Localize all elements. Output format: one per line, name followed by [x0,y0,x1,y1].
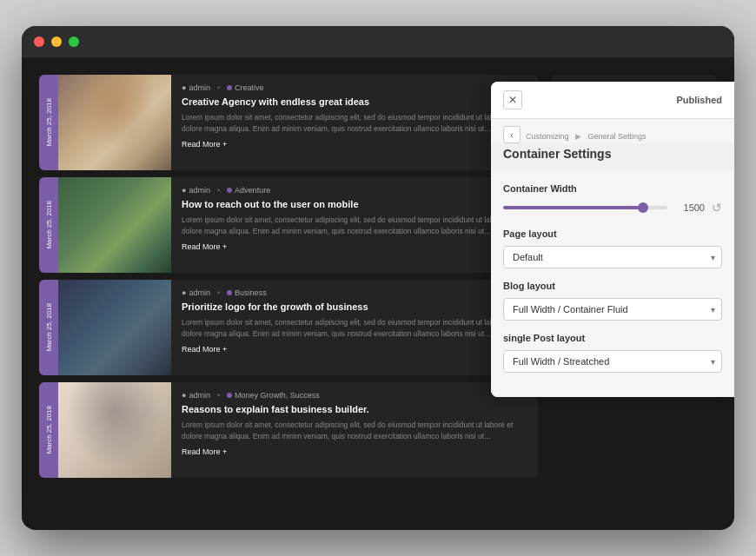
post-category: Money Growth, Success [227,391,320,400]
page-layout-select[interactable]: Default Boxed Full Width [503,246,722,268]
slider-value: 1500 [674,202,705,213]
post-title[interactable]: How to reach out to the user on mobile [182,198,527,210]
post-author: ● admin [182,83,210,92]
category-dot [227,188,232,193]
post-meta: ● admin • Business [182,288,527,297]
post-date: March 25, 2018 [45,201,53,249]
container-width-setting: Container Width 1500 ↺ [503,183,722,215]
slider-thumb[interactable] [638,202,648,213]
date-badge: March 25, 2018 [39,280,58,375]
slider-fill [503,206,643,209]
post-excerpt: Lorem ipsum dolor sit amet, consectetur … [182,112,527,135]
single-post-layout-select[interactable]: Full Width / Streatched Boxed Default [503,350,722,373]
post-meta: ● admin • Adventure [182,186,527,195]
breadcrumb-section: General Settings [587,132,646,141]
container-width-label: Container Width [503,183,722,194]
blog-layout-select[interactable]: Full Width / Container Fluid Boxed Defau… [503,298,722,321]
date-badge: March 25, 2018 [39,382,58,478]
post-date: March 25, 2018 [45,303,53,352]
post-content: ● admin • Business Prioritize logo for t… [171,280,538,375]
page-layout-select-wrap: Default Boxed Full Width ▾ [503,246,722,268]
post-excerpt: Lorem ipsum dolor sit amet, consectetur … [182,420,527,442]
user-icon: ● [182,391,186,400]
user-icon: ● [182,186,186,195]
back-button[interactable]: ‹ [503,126,521,143]
post-thumbnail [58,75,171,170]
read-more-link[interactable]: Read More + [182,140,227,149]
page-layout-setting: Page layout Default Boxed Full Width ▾ [503,228,722,268]
reset-icon[interactable]: ↺ [712,201,722,215]
published-label: Published [676,95,722,105]
post-author: ● admin [182,186,210,195]
customizer-body: Container Width 1500 ↺ Page layout Defau… [491,171,734,397]
blog-post: March 25, 2018 ● admin • Creative [39,75,538,170]
single-post-layout-label: single Post layout [503,333,722,343]
blog-layout-select-wrap: Full Width / Container Fluid Boxed Defau… [503,298,722,321]
slider-track[interactable] [503,206,667,209]
breadcrumb: Customizing ▶ General Settings [526,127,646,142]
post-category: Business [227,288,267,297]
category-dot [227,85,232,90]
post-meta: ● admin • Creative [182,83,527,92]
maximize-dot[interactable] [69,36,79,47]
customizer-close-button[interactable]: ✕ [503,90,522,109]
post-content: ● admin • Creative Creative Agency with … [171,75,538,170]
minimize-dot[interactable] [51,36,62,47]
post-thumbnail [58,177,171,273]
category-dot [227,393,232,398]
single-post-layout-select-wrap: Full Width / Streatched Boxed Default ▾ [503,350,722,373]
user-icon: ● [182,288,186,297]
page-layout-label: Page layout [503,228,722,239]
browser-titlebar [22,26,734,57]
post-author: ● admin [182,288,210,297]
slider-row: 1500 ↺ [503,201,722,215]
blog-post: March 25, 2018 ● admin • Business [39,280,538,375]
post-category: Creative [227,83,264,92]
post-thumbnail [58,280,171,375]
blog-layout-label: Blog layout [503,281,722,291]
post-content: ● admin • Adventure How to reach out to … [171,177,538,273]
customizer-panel: ✕ Published ‹ Customizing ▶ General Sett… [491,82,734,397]
post-meta: ● admin • Money Growth, Success [182,391,527,400]
section-title: Container Settings [491,143,734,171]
post-thumbnail [58,382,171,478]
post-date: March 25, 2018 [45,406,53,454]
read-more-link[interactable]: Read More + [182,345,227,354]
date-badge: March 25, 2018 [39,75,58,170]
date-badge: March 25, 2018 [39,177,58,273]
post-title[interactable]: Prioritize logo for the growth of busine… [182,301,527,313]
blog-area: March 25, 2018 ● admin • Creative [39,75,538,509]
blog-post: March 25, 2018 ● admin • Money Growth, S… [39,382,538,478]
post-excerpt: Lorem ipsum dolor sit amet, consectetur … [182,317,527,340]
single-post-layout-setting: single Post layout Full Width / Streatch… [503,333,722,373]
post-category: Adventure [227,186,270,195]
breadcrumb-area: ‹ Customizing ▶ General Settings [491,119,734,143]
blog-layout-setting: Blog layout Full Width / Container Fluid… [503,281,722,321]
post-title[interactable]: Reasons to explain fast business builder… [182,403,527,415]
read-more-link[interactable]: Read More + [182,447,227,456]
post-content: ● admin • Money Growth, Success Reasons … [171,382,538,478]
customizer-header: ✕ Published [491,82,734,119]
post-title[interactable]: Creative Agency with endless great ideas [182,96,527,108]
post-author: ● admin [182,391,210,400]
category-dot [227,290,232,295]
browser-window: March 25, 2018 ● admin • Creative [22,26,734,530]
post-excerpt: Lorem ipsum dolor sit amet, consectetur … [182,215,527,237]
read-more-link[interactable]: Read More + [182,242,227,251]
blog-post: March 25, 2018 ● admin • Adventure [39,177,538,273]
breadcrumb-customizing: Customizing [526,132,569,141]
user-icon: ● [182,83,186,92]
post-date: March 25, 2018 [45,98,53,147]
breadcrumb-separator: ▶ [575,132,581,141]
close-dot[interactable] [34,36,44,47]
